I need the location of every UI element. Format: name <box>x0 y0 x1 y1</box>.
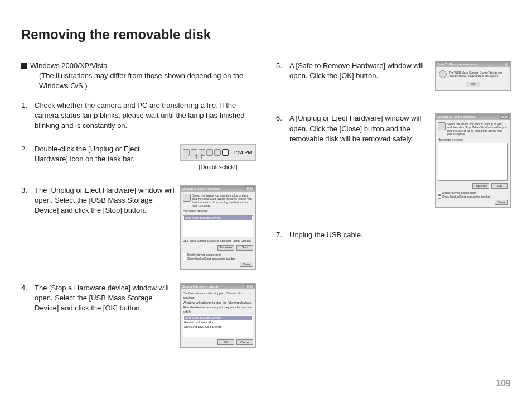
unplug-eject-dialog: Unplug or Eject Hardware Select the devi… <box>180 185 256 270</box>
dialog-title-text: Unplug or Eject Hardware <box>182 186 221 191</box>
close-icon <box>505 63 509 66</box>
close-button: Close <box>495 200 508 205</box>
dialog4-figure: Stop a Hardware device Confirm devices t… <box>180 283 256 348</box>
step-number: 4. <box>21 283 29 348</box>
ok-button: OK <box>466 82 480 87</box>
step-5: 5. A [Safe to Remove Hardware] window wi… <box>276 61 511 91</box>
help-icon <box>500 115 504 119</box>
device-description: USB Mass Storage Device at Samsung Digit… <box>183 239 253 243</box>
tray-icon <box>196 154 202 159</box>
step-3: 3. The [Unplug or Eject Hardware] window… <box>21 185 256 270</box>
step-number: 3. <box>21 185 29 270</box>
intro-note: (The illustrations may differ from those… <box>39 71 256 91</box>
checkbox-icon <box>438 195 441 199</box>
step-2: 2. Double-click the [Unplug or Eject Har… <box>21 144 256 171</box>
checkbox-label: Show Unplug/Eject icon on the taskbar <box>187 257 235 261</box>
device-list: USB Mass Storage Device <box>183 215 253 237</box>
help-icon <box>245 186 249 190</box>
tray-icon <box>206 149 213 156</box>
step-number: 7. <box>276 230 284 240</box>
dialog5-figure: Safe To Remove Hardware The 'USB Mass St… <box>435 61 511 91</box>
intro-heading: Windows 2000/XP/Vista <box>30 61 108 70</box>
dialog-titlebar: Unplug or Eject Hardware <box>436 114 510 119</box>
close-icon <box>250 186 254 190</box>
checkbox-icon <box>183 257 186 260</box>
square-bullet-icon <box>21 63 27 69</box>
stop-button: Stop <box>491 183 508 189</box>
properties-button: Properties <box>217 245 234 251</box>
step-number: 6. <box>276 113 284 208</box>
checkbox-label: Show Unplug/Eject icon on the taskbar <box>442 195 490 199</box>
intro-block: Windows 2000/XP/Vista (The illustrations… <box>21 61 256 92</box>
dialog-titlebar: Stop a Hardware device <box>181 284 255 289</box>
ok-button: OK <box>217 339 234 345</box>
dialog-info-text: Confirm devices to be stopped, Choose OK… <box>183 291 253 300</box>
content-columns: Windows 2000/XP/Vista (The illustrations… <box>21 61 511 361</box>
taskbar-clock: 1:24 PM <box>230 149 255 156</box>
unplug-eject-icon <box>222 149 229 156</box>
dialog-title-text: Unplug or Eject Hardware <box>437 114 476 119</box>
hardware-devices-label: Hardware devices: <box>438 138 508 142</box>
properties-button: Properties <box>472 183 489 189</box>
step-4: 4. The [Stop a Hardware device] window w… <box>21 283 256 348</box>
stop-hardware-dialog: Stop a Hardware device Confirm devices t… <box>180 283 256 348</box>
step-text: The [Unplug or Eject Hardware] window wi… <box>35 185 175 270</box>
safe-remove-dialog: Safe To Remove Hardware The 'USB Mass St… <box>435 61 511 91</box>
help-icon <box>245 284 249 288</box>
stop-button: Stop <box>236 245 253 251</box>
dialog-titlebar: Safe To Remove Hardware <box>436 61 510 67</box>
tray-icon <box>214 149 221 156</box>
cancel-button: Cancel <box>236 339 253 345</box>
hardware-devices-label: Hardware devices: <box>183 209 253 214</box>
dialog-title-text: Stop a Hardware device <box>182 284 218 289</box>
step-text: A [Unplug or Eject Hardware] window will… <box>289 113 429 208</box>
step-text: Check whether the camera and PC are tran… <box>35 100 256 131</box>
device-list: USB Mass Storage Device Generic volume -… <box>183 315 253 337</box>
dialog-message: The 'USB Mass Storage Device' device can… <box>449 71 507 78</box>
dialog-info-text: Select the device you want to unplug or … <box>192 194 253 207</box>
unplug-eject-dialog-empty: Unplug or Eject Hardware Select the devi… <box>435 113 511 208</box>
checkbox-label: Display device components <box>187 253 221 257</box>
double-click-caption: [Double-click!] <box>180 163 256 171</box>
step-1: 1. Check whether the camera and PC are t… <box>21 100 256 131</box>
left-column: Windows 2000/XP/Vista (The illustrations… <box>21 61 256 361</box>
device-list-item: Samsung DSC USB Device <box>184 325 252 329</box>
dialog-info-text: Select the device you want to unplug or … <box>447 122 508 136</box>
info-icon <box>439 70 447 78</box>
step-number: 2. <box>21 144 29 171</box>
checkbox-label: Display device components <box>442 191 476 195</box>
info-icon <box>438 122 446 130</box>
close-icon <box>505 115 509 119</box>
device-list-item: USB Mass Storage Device <box>184 216 252 221</box>
device-list-item: Generic volume - (F:) <box>184 320 252 325</box>
device-list-item: USB Mass Storage Device <box>184 316 252 320</box>
right-column: 5. A [Safe to Remove Hardware] window wi… <box>276 61 511 361</box>
tray-icon <box>183 154 188 159</box>
step-number: 5. <box>276 61 284 91</box>
step-text: Unplug the USB cable. <box>289 230 511 240</box>
taskbar-screenshot: 1:24 PM <box>180 144 256 161</box>
dialog3-figure: Unplug or Eject Hardware Select the devi… <box>180 185 256 270</box>
page-number: 109 <box>496 379 511 389</box>
close-icon <box>250 284 254 288</box>
info-icon <box>183 194 191 202</box>
checkbox-icon <box>183 253 186 256</box>
tray-icon <box>190 154 195 159</box>
taskbar-figure: 1:24 PM [Double-click!] <box>180 144 256 171</box>
step-text: A [Safe to Remove Hardware] window will … <box>289 61 429 91</box>
checkbox-icon <box>438 192 441 195</box>
page-title: Removing the removable disk <box>21 27 511 46</box>
dialog-title-text: Safe To Remove Hardware <box>437 62 477 66</box>
dialog-titlebar: Unplug or Eject Hardware <box>181 186 255 192</box>
step-7: 7. Unplug the USB cable. <box>276 230 511 240</box>
close-button: Close <box>240 262 253 267</box>
step-text: The [Stop a Hardware device] window will… <box>35 283 175 348</box>
step-6: 6. A [Unplug or Eject Hardware] window w… <box>276 113 511 208</box>
dialog-info-text-2: Windows will attempt to stop the followi… <box>183 301 253 314</box>
dialog6-figure: Unplug or Eject Hardware Select the devi… <box>435 113 511 208</box>
step-number: 1. <box>21 100 29 131</box>
device-list-empty <box>438 143 508 181</box>
step-text: Double-click the [Unplug or Eject Hardwa… <box>35 144 175 171</box>
